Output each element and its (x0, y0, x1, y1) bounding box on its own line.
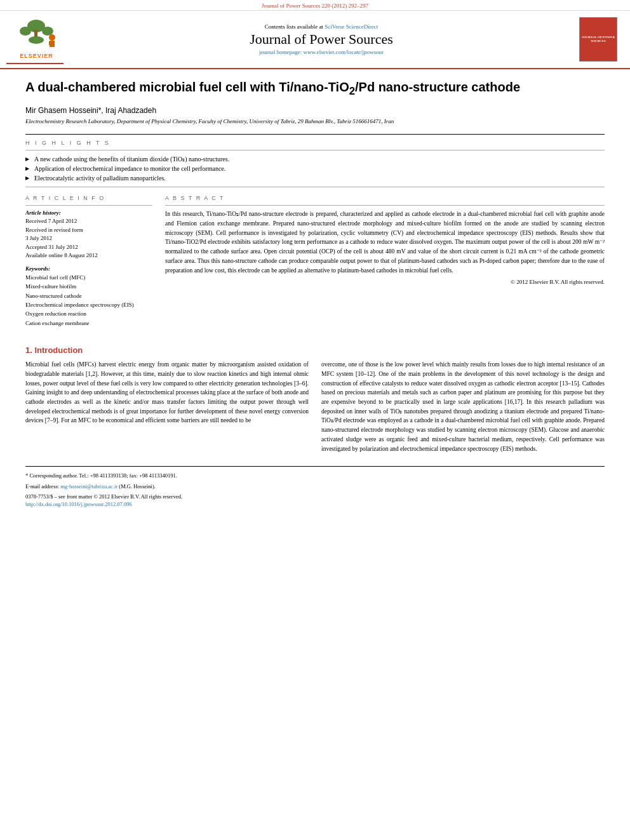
cover-label: JOURNAL OF POWER SOURCES (580, 36, 617, 43)
abstract-label: A B S T R A C T (165, 195, 605, 201)
footer-issn: 0378-7753/$ – see front matter © 2012 El… (25, 493, 605, 500)
affiliation: Electrochemistry Research Laboratory, De… (25, 117, 605, 126)
svg-point-3 (42, 27, 53, 36)
elsevier-wordmark: ELSEVIER (20, 53, 53, 59)
received-revised-label: Received in revised form (25, 226, 152, 235)
keywords-section: Keywords: Microbial fuel cell (MFC) Mixe… (25, 265, 152, 328)
article-info-abstract: A R T I C L E I N F O Article history: R… (25, 195, 605, 333)
intro-text-2: overcome, one of those is the low power … (321, 360, 605, 453)
author-names: Mir Ghasem Hosseini*, Iraj Ahadzadeh (25, 106, 156, 115)
svg-point-5 (29, 36, 44, 44)
available-date: Available online 8 August 2012 (25, 251, 152, 260)
accepted-date: Accepted 31 July 2012 (25, 243, 152, 252)
sciverse-link[interactable]: SciVerse ScienceDirect (325, 23, 378, 30)
intro-col-2: overcome, one of those is the low power … (321, 360, 605, 453)
article-history-label: Article history: (25, 210, 152, 216)
keyword-4: Electrochemical impedance spectroscopy (… (25, 300, 152, 309)
article-footer: * Corresponding author. Tel.: +98 411339… (25, 466, 605, 507)
elsevier-logo-block: ELSEVIER (6, 15, 64, 64)
intro-title: 1. Introduction (25, 345, 605, 355)
article-title: A dual-chambered microbial fuel cell wit… (25, 79, 605, 98)
received-date: Received 7 April 2012 (25, 217, 152, 226)
footnote-email: E-mail address: mg-hosseini@tabrizu.ac.i… (25, 483, 605, 491)
doi-link[interactable]: http://dx.doi.org/10.1016/j.jpowsour.201… (25, 501, 132, 507)
journal-citation: Journal of Power Sources 220 (2012) 292–… (0, 0, 630, 11)
introduction-section: 1. Introduction Microbial fuel cells (MF… (25, 345, 605, 453)
abstract-col: A B S T R A C T In this research, Ti/nan… (165, 195, 605, 333)
copyright-notice: © 2012 Elsevier B.V. All rights reserved… (165, 279, 605, 285)
article-info-label: A R T I C L E I N F O (25, 195, 152, 201)
main-content: A dual-chambered microbial fuel cell wit… (0, 69, 630, 520)
divider-1 (25, 134, 605, 135)
journal-cover-image: JOURNAL OF POWER SOURCES (579, 17, 624, 62)
svg-rect-8 (49, 41, 51, 45)
journal-header: ELSEVIER Contents lists available at Sci… (0, 11, 630, 69)
footnote-corresponding: * Corresponding author. Tel.: +98 411339… (25, 472, 605, 480)
elsevier-tree-icon (13, 18, 60, 51)
journal-name-title: Journal of Power Sources (64, 31, 579, 48)
abstract-text: In this research, Ti/nano-TiO₂/Pd nano-s… (165, 210, 605, 275)
keyword-5: Oxygen reduction reaction (25, 309, 152, 318)
intro-body: Microbial fuel cells (MFCs) harvest elec… (25, 360, 605, 453)
intro-col-1: Microbial fuel cells (MFCs) harvest elec… (25, 360, 309, 453)
svg-rect-9 (51, 41, 54, 45)
highlights-label: H I G H L I G H T S (25, 140, 605, 146)
divider-highlights-bottom (25, 187, 605, 187)
cover-thumbnail: JOURNAL OF POWER SOURCES (579, 17, 617, 62)
highlight-item-2: Application of electrochemical impedance… (25, 164, 605, 173)
article-history: Article history: Received 7 April 2012 R… (25, 210, 152, 260)
divider-highlights-top (25, 150, 605, 150)
divider-info-top (25, 205, 152, 206)
svg-point-2 (20, 27, 31, 36)
journal-title-block: Contents lists available at SciVerse Sci… (64, 23, 579, 55)
keyword-1: Microbial fuel cell (MFC) (25, 273, 152, 282)
intro-text-1: Microbial fuel cells (MFCs) harvest elec… (25, 360, 309, 425)
highlight-item-1: A new cathode using the benefits of tita… (25, 154, 605, 164)
divider-abstract-top (165, 205, 605, 206)
citation-text: Journal of Power Sources 220 (2012) 292–… (262, 3, 368, 9)
keyword-2: Mixed-culture biofilm (25, 282, 152, 291)
journal-homepage-link[interactable]: journal homepage: www.elsevier.com/locat… (259, 49, 384, 55)
article-info-col: A R T I C L E I N F O Article history: R… (25, 195, 152, 333)
svg-point-6 (49, 34, 55, 41)
contents-text: Contents lists available at (265, 23, 325, 30)
keyword-6: Cation exchange membrane (25, 319, 152, 328)
keywords-label: Keywords: (25, 265, 152, 272)
highlight-item-3: Electrocatalytic activity of palladium n… (25, 173, 605, 183)
email-link[interactable]: mg-hosseini@tabrizu.ac.ir (60, 483, 117, 490)
authors: Mir Ghasem Hosseini*, Iraj Ahadzadeh (25, 106, 605, 115)
highlights-section: H I G H L I G H T S A new cathode using … (25, 140, 605, 187)
keyword-3: Nano-structured cathode (25, 291, 152, 300)
received-revised-date: 3 July 2012 (25, 234, 152, 243)
